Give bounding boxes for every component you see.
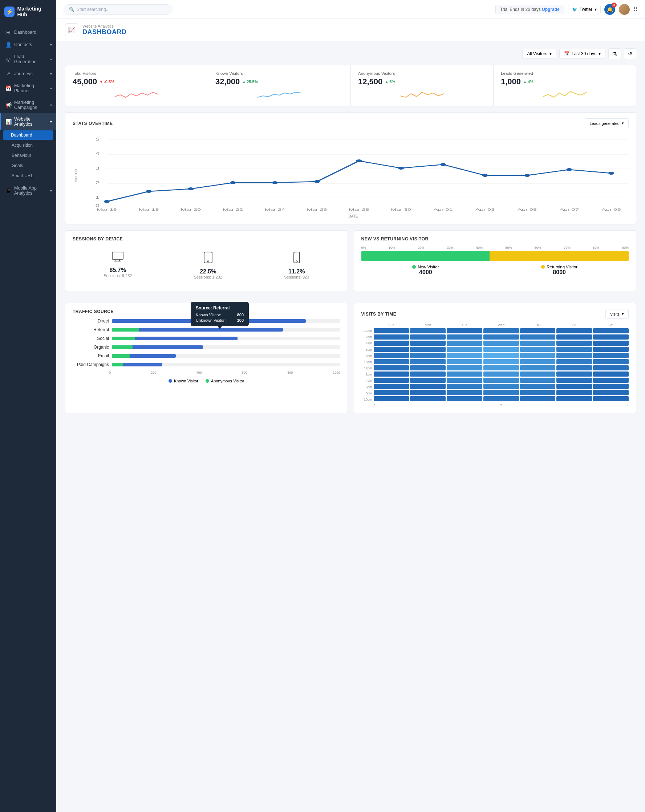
heatmap-cell <box>556 334 592 340</box>
heatmap-cell <box>447 396 482 401</box>
stat-value: 1,000 ▲ 4% <box>501 77 629 86</box>
heatmap-cell <box>593 347 629 352</box>
refresh-button[interactable]: ↺ <box>624 48 636 59</box>
svg-point-12 <box>146 190 152 193</box>
heatmap-cell <box>483 396 519 401</box>
sidebar-sub-acquisition[interactable]: Acquisition <box>0 140 56 150</box>
svg-point-19 <box>440 163 446 166</box>
stat-label: Total Visitors <box>73 71 200 76</box>
heatmap-cell <box>447 353 482 358</box>
heatmap-cell <box>520 328 556 333</box>
sidebar-item-mobile-analytics[interactable]: 📱 Mobile App Analytics ▾ <box>0 182 56 199</box>
chevron-down-icon: ▾ <box>549 51 552 56</box>
svg-text:1: 1 <box>96 195 99 199</box>
source-label: Referral <box>73 327 109 332</box>
heatmap-cell <box>593 384 629 389</box>
chart-legend: Known Visitor Anonymous Visitor <box>73 379 340 383</box>
contacts-icon: 👤 <box>5 42 11 47</box>
visitor-filter-value: All Visitors <box>527 51 547 56</box>
content-area: All Visitors ▾ 📅 Last 30 days ▾ ⚗ ↺ Tota… <box>56 41 645 812</box>
heatmap-cell <box>520 340 556 346</box>
source-label: Social <box>73 336 109 341</box>
traffic-bar-organic: Organic <box>73 345 340 350</box>
mobile-icon <box>284 252 309 266</box>
date-filter[interactable]: 📅 Last 30 days ▾ <box>559 49 605 59</box>
nvr-new-segment <box>361 251 490 261</box>
arrow-up-icon: ▲ <box>523 79 527 84</box>
filter-icon-button[interactable]: ⚗ <box>608 48 621 59</box>
heatmap-cell <box>593 390 629 395</box>
app-logo: ⚡ Marketing Hub <box>0 0 56 23</box>
nvr-scale: 0%10%20%30%40%50%60%70%80%90% <box>361 246 629 249</box>
sidebar-item-marketing-campaigns[interactable]: 📢 Marketing Campaigns ▾ <box>0 96 56 113</box>
svg-text:Mar 18: Mar 18 <box>139 208 159 211</box>
apps-grid-icon[interactable]: ⠿ <box>633 6 638 13</box>
app-name: Marketing Hub <box>17 6 52 17</box>
page-header-icon: 📈 <box>65 23 78 36</box>
sidebar-item-contacts[interactable]: 👤 Contacts ▾ <box>0 38 56 51</box>
stat-change: ▲ 25.5% <box>242 79 258 84</box>
source-label: Paid Campaigns <box>73 362 109 367</box>
chevron-down-icon: ▾ <box>50 57 52 61</box>
legend-known-label: Known Visitor <box>174 379 198 383</box>
sidebar-item-website-analytics[interactable]: 📊 Website Analytics ▾ <box>0 113 56 130</box>
filter-row: All Visitors ▾ 📅 Last 30 days ▾ ⚗ ↺ <box>65 48 636 59</box>
sidebar-item-dashboard[interactable]: ⊞ Dashboard <box>0 26 56 38</box>
new-visitor-label: New Visitor <box>418 265 439 269</box>
stat-card-leads-generated: Leads Generated 1,000 ▲ 4% <box>494 66 636 106</box>
visits-by-time-card: VISITS BY TIME Visits ▾ 12am2am4am6am8am… <box>354 303 637 413</box>
sidebar-sub-goals[interactable]: Goals <box>0 160 56 171</box>
calendar-icon: 📅 <box>564 51 569 56</box>
heatmap-cell <box>483 390 519 395</box>
svg-text:2: 2 <box>96 181 99 185</box>
two-col-row-2: TRAFFIC SOURCE Direct Referral <box>65 303 636 419</box>
sidebar-sub-dashboard[interactable]: Dashboard <box>3 130 53 140</box>
heatmap-cell <box>593 340 629 346</box>
heatmap-cell <box>374 365 409 371</box>
heatmap-cell <box>520 378 556 383</box>
heatmap-cell <box>483 347 519 352</box>
traffic-bar-paid: Paid Campaigns <box>73 362 340 367</box>
stats-dropdown[interactable]: Leads generated ▾ <box>585 118 629 128</box>
heatmap-cell <box>447 328 482 333</box>
svg-point-22 <box>566 168 572 171</box>
tablet-sessions: Sessions: 1,232 <box>194 275 222 279</box>
tablet-pct: 22.5% <box>194 269 222 275</box>
search-box[interactable]: 🔍 Start searching... <box>64 5 173 15</box>
dashboard-icon: ⊞ <box>5 29 11 35</box>
heatmap-cell <box>410 390 446 395</box>
nvr-bar <box>361 251 629 261</box>
sidebar-item-marketing-planner[interactable]: 📅 Marketing Planner ▾ <box>0 80 56 96</box>
notification-button[interactable]: 🔔 3 <box>604 4 615 15</box>
heatmap-cell <box>410 384 446 389</box>
user-avatar[interactable] <box>619 4 630 15</box>
heatmap-cell <box>483 334 519 340</box>
svg-point-21 <box>524 174 530 177</box>
heatmap-cell <box>374 347 409 352</box>
heatmap-cell <box>556 347 592 352</box>
stat-change: ▲ 5% <box>385 79 395 84</box>
legend-anonymous: Anonymous Visitor <box>206 379 245 383</box>
heatmap-cell <box>593 353 629 358</box>
twitter-button[interactable]: 🐦 Twitter ▾ <box>568 5 601 14</box>
sidebar-item-label: Contacts <box>14 42 32 47</box>
sidebar-sub-behaviour[interactable]: Behaviour <box>0 150 56 160</box>
main-content: 🔍 Start searching... Trial Ends in 20 da… <box>56 0 645 812</box>
visits-dropdown[interactable]: Visits ▾ <box>605 309 629 319</box>
sub-item-label: Smart URL <box>12 173 33 178</box>
stat-card-anonymous-visitors: Anonymous Visitors 12,500 ▲ 5% <box>351 66 494 106</box>
mobile-icon: 📱 <box>5 188 11 194</box>
svg-text:0: 0 <box>96 204 99 208</box>
mini-chart-known <box>216 89 343 100</box>
visitor-filter[interactable]: All Visitors ▾ <box>522 49 556 59</box>
upgrade-link[interactable]: Upgrade <box>542 7 559 12</box>
heatmap-cell <box>447 378 482 383</box>
source-label: Direct <box>73 319 109 324</box>
sidebar-item-lead-generation[interactable]: ◎ Lead Generation ▾ <box>0 51 56 67</box>
svg-point-11 <box>104 200 110 203</box>
svg-text:Apr 01: Apr 01 <box>434 208 453 211</box>
y-axis-label: VISITOR <box>73 133 78 218</box>
sidebar-sub-smart-url[interactable]: Smart URL <box>0 171 56 181</box>
sidebar-item-journeys[interactable]: ↗ Journeys ▾ <box>0 67 56 80</box>
sidebar-nav: ⊞ Dashboard 👤 Contacts ▾ ◎ Lead Generati… <box>0 23 56 812</box>
